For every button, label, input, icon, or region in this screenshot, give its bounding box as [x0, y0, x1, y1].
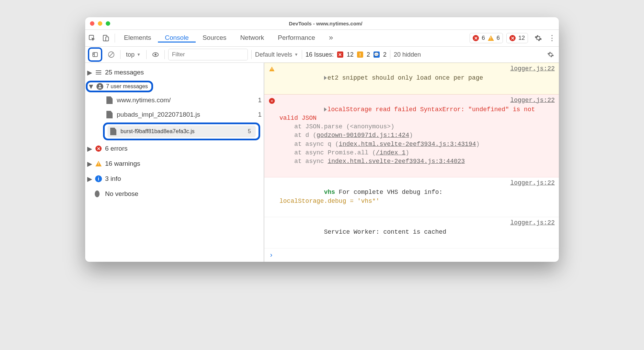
file-name: www.nytimes.com/ — [117, 96, 171, 104]
traffic-minimize[interactable] — [98, 21, 102, 26]
window-title: DevTools - www.nytimes.com/ — [115, 21, 536, 26]
tab-console[interactable]: Console — [158, 34, 196, 43]
verbose-label: No verbose — [105, 190, 138, 198]
chevron-down-icon: ▼ — [137, 52, 141, 57]
stack-link[interactable]: /index 1 — [376, 149, 405, 156]
sidebar-messages-row[interactable]: ▶ 25 messages — [85, 65, 264, 80]
log-levels-dropdown[interactable]: Default levels ▼ — [255, 51, 298, 58]
error-icon: ✕ — [473, 35, 479, 41]
prompt-chevron-icon: › — [269, 251, 273, 259]
disclosure-triangle-icon: ▶ — [87, 69, 92, 77]
issues-msg-count: 2 — [383, 51, 387, 58]
bug-icon — [95, 190, 100, 197]
toggle-sidebar-button[interactable] — [88, 47, 102, 62]
log-text: localStorage read failed SyntaxError: "u… — [279, 106, 539, 121]
file-count: 5 — [248, 128, 253, 135]
warnings-label: 16 warnings — [105, 160, 140, 167]
log-entry[interactable]: vhs For complete VHS debug info: localSt… — [264, 177, 559, 217]
stack-link[interactable]: index.html.svelte-2eef3934.js:3:43194 — [339, 141, 476, 148]
warning-icon — [269, 67, 274, 71]
log-text: et2 snippet should only load once per pa… — [327, 74, 483, 81]
source-link[interactable]: logger.js:22 — [510, 179, 555, 186]
log-entry-error[interactable]: ✕ localStorage read failed SyntaxError: … — [264, 94, 559, 178]
stack-frame: at d (godzown-9010971d.js:1:424) — [279, 132, 413, 139]
info-icon: i — [95, 175, 102, 182]
sidebar-file-row[interactable]: pubads_impl_2022071801.js 1 — [85, 107, 264, 122]
main-tabs: Elements Console Sources Network Perform… — [85, 30, 559, 47]
sidebar-verbose-row[interactable]: ▶ No verbose — [85, 186, 264, 201]
file-count: 1 — [258, 111, 264, 118]
sidebar-info-row[interactable]: ▶ i 3 info — [85, 171, 264, 186]
source-link[interactable]: logger.js:22 — [510, 219, 555, 226]
sidebar-file-row-selected[interactable]: burst-f9baff81bad8ea7efa3c.js 5 — [103, 122, 260, 140]
stack-frame: at JSON.parse (<anonymous>) — [279, 123, 394, 130]
log-entry-warning[interactable]: et2 snippet should only load once per pa… — [264, 63, 559, 94]
errors-label: 6 errors — [105, 145, 127, 152]
document-icon — [110, 128, 116, 135]
devtools-window: DevTools - www.nytimes.com/ Elements Con… — [85, 17, 559, 262]
issues-warning-count: 2 — [367, 51, 370, 58]
stack-link[interactable]: godzown-9010971d.js:1:424 — [317, 132, 409, 139]
svg-point-6 — [154, 54, 157, 56]
document-icon — [106, 111, 113, 118]
info-label: 3 info — [105, 175, 121, 183]
tab-sources[interactable]: Sources — [196, 34, 233, 43]
console-prompt[interactable]: › — [264, 248, 559, 262]
inspect-element-icon[interactable] — [85, 30, 99, 46]
list-icon — [95, 70, 102, 74]
sidebar-file-row[interactable]: www.nytimes.com/ 1 — [85, 93, 264, 107]
stack-frame: at async q (index.html.svelte-2eef3934.j… — [279, 141, 480, 148]
console-settings-gear-icon[interactable] — [545, 49, 556, 60]
tab-elements[interactable]: Elements — [117, 34, 158, 43]
file-count: 1 — [258, 96, 264, 104]
traffic-close[interactable] — [90, 21, 94, 26]
message-icon: 💬 — [373, 51, 380, 58]
disclosure-triangle-icon: ▶ — [87, 175, 92, 183]
device-toggle-icon[interactable] — [99, 30, 113, 46]
sidebar-warnings-row[interactable]: ▶ 16 warnings — [85, 156, 264, 171]
issues-error-count: 12 — [347, 51, 354, 58]
filter-input[interactable] — [168, 49, 248, 60]
kebab-menu-icon[interactable]: ⋮ — [545, 30, 559, 46]
header-error-warning-pill[interactable]: ✕ 6 6 — [470, 33, 503, 43]
expand-triangle-icon[interactable] — [324, 107, 327, 112]
tab-network[interactable]: Network — [233, 34, 271, 43]
log-entry[interactable]: Service Worker: content is cached logger… — [264, 217, 559, 248]
sidebar-user-messages-row[interactable]: ▶ 7 user messages — [86, 81, 153, 92]
error-icon: ✕ — [95, 145, 102, 152]
hidden-count[interactable]: 20 hidden — [394, 51, 421, 58]
console-log: et2 snippet should only load once per pa… — [264, 63, 559, 262]
tab-performance[interactable]: Performance — [271, 34, 322, 43]
context-selector[interactable]: top ▼ — [124, 51, 143, 58]
warning-icon: ! — [357, 51, 363, 58]
header-blocked-pill[interactable]: ✕ 12 — [506, 33, 528, 43]
settings-gear-icon[interactable] — [531, 30, 545, 46]
disclosure-triangle-icon: ▶ — [88, 84, 95, 89]
console-sidebar: ▶ 25 messages ▶ 7 user messages www.nyti… — [85, 63, 264, 262]
source-link[interactable]: logger.js:22 — [510, 65, 555, 72]
chevron-down-icon: ▼ — [294, 52, 298, 57]
user-icon — [96, 83, 103, 90]
source-link[interactable]: logger.js:22 — [510, 97, 555, 104]
sidebar-errors-row[interactable]: ▶ ✕ 6 errors — [85, 141, 264, 156]
context-label: top — [126, 51, 135, 58]
live-expression-icon[interactable] — [150, 49, 161, 60]
stack-frame: at async index.html.svelte-2eef3934.js:3… — [279, 158, 465, 165]
header-blocked-count: 12 — [518, 35, 525, 42]
header-error-count: 6 — [482, 35, 485, 42]
user-messages-label: 7 user messages — [106, 83, 148, 90]
levels-label: Default levels — [255, 51, 292, 58]
disclosure-triangle-icon: ▶ — [87, 160, 92, 168]
issues-summary[interactable]: 16 Issues: ✕ 12 ! 2 💬 2 — [306, 51, 387, 58]
clear-console-icon[interactable] — [106, 49, 117, 60]
traffic-zoom[interactable] — [106, 21, 110, 26]
tabs-overflow[interactable]: » — [322, 33, 340, 43]
log-text: For complete VHS debug info: — [335, 189, 442, 196]
titlebar: DevTools - www.nytimes.com/ — [85, 17, 559, 30]
stack-link[interactable]: index.html.svelte-2eef3934.js:3:44023 — [327, 158, 465, 165]
blocked-icon: ✕ — [509, 35, 516, 41]
expand-triangle-icon[interactable] — [324, 76, 327, 80]
file-name: pubads_impl_2022071801.js — [117, 111, 200, 118]
document-icon — [106, 96, 113, 104]
log-code: localStorage.debug = 'vhs*' — [279, 198, 380, 205]
